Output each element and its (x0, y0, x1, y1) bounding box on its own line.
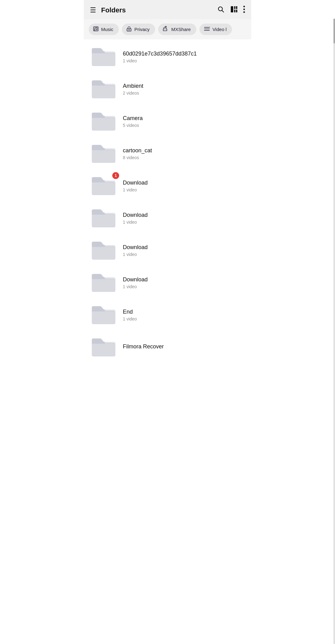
svg-rect-2 (231, 6, 233, 12)
folder-item[interactable]: Download 1 video (84, 266, 251, 299)
folder-icon (90, 142, 117, 164)
chip-privacy[interactable]: Privacy (122, 24, 155, 35)
svg-point-7 (243, 6, 245, 7)
folder-count: 8 videos (123, 155, 245, 160)
folder-info: Filmora Recover (123, 343, 245, 351)
folder-item[interactable]: Download 1 video (84, 234, 251, 266)
layout-grid-icon[interactable] (230, 6, 238, 15)
folder-icon (90, 77, 117, 100)
folder-list: 60d0291e7c3d39657dd387c1 1 video Ambient… (84, 39, 251, 364)
folder-info: cartoon_cat 8 videos (123, 147, 245, 160)
folder-icon (90, 335, 117, 358)
folder-count: 5 videos (123, 123, 245, 128)
chip-videolist-label: Video l (212, 27, 227, 32)
svg-point-13 (96, 29, 97, 30)
videolist-chip-icon (204, 26, 210, 33)
folder-icon (90, 45, 117, 67)
folder-name: Download (123, 212, 245, 218)
folder-thumbnail-wrap (90, 45, 117, 69)
svg-rect-6 (236, 10, 237, 12)
folder-count: 2 videos (123, 91, 245, 96)
folder-info: End 1 video (123, 309, 245, 321)
folder-item[interactable]: 1 Download 1 video (84, 170, 251, 202)
folder-name: Download (123, 180, 245, 186)
folder-name: End (123, 309, 245, 315)
page-title: Folders (101, 6, 126, 14)
folder-count: 1 video (123, 284, 245, 289)
more-options-icon[interactable] (243, 6, 245, 15)
app-header: ☰ Folders (84, 0, 251, 19)
folder-info: Ambient 2 videos (123, 83, 245, 96)
folder-count: 1 video (123, 252, 245, 257)
folder-item[interactable]: Camera 5 videos (84, 105, 251, 137)
folder-info: Download 1 video (123, 276, 245, 289)
header-left: ☰ Folders (90, 6, 126, 14)
folder-item[interactable]: Download 1 video (84, 202, 251, 234)
chip-music-label: Music (101, 27, 113, 32)
svg-rect-3 (234, 6, 235, 9)
svg-point-8 (243, 9, 245, 10)
music-chip-icon (93, 26, 99, 33)
folder-name: Download (123, 276, 245, 283)
folder-count: 1 video (123, 316, 245, 321)
folder-item[interactable]: 60d0291e7c3d39657dd387c1 1 video (84, 41, 251, 73)
folder-info: Download 1 video (123, 212, 245, 225)
folder-icon (90, 271, 117, 293)
svg-rect-5 (234, 10, 235, 12)
folder-thumbnail-wrap (90, 110, 117, 133)
header-right (217, 6, 245, 15)
folder-thumbnail-wrap (90, 335, 117, 359)
folder-thumbnail-wrap (90, 142, 117, 165)
folder-item[interactable]: cartoon_cat 8 videos (84, 137, 251, 170)
chip-privacy-label: Privacy (134, 27, 150, 32)
svg-point-16 (129, 29, 130, 30)
folder-name: Download (123, 244, 245, 251)
chip-mxshare[interactable]: MXShare (158, 24, 196, 35)
folder-item[interactable]: End 1 video (84, 299, 251, 331)
folder-item[interactable]: Filmora Recover (84, 331, 251, 363)
folder-thumbnail-wrap (90, 303, 117, 327)
folder-info: 60d0291e7c3d39657dd387c1 1 video (123, 51, 245, 63)
chip-videolist[interactable]: Video l (199, 24, 232, 35)
main-content: 60d0291e7c3d39657dd387c1 1 video Ambient… (84, 39, 251, 364)
folder-icon (90, 206, 117, 229)
privacy-chip-icon (126, 26, 132, 33)
folder-icon (90, 110, 117, 132)
folder-thumbnail-wrap: 1 (90, 174, 117, 198)
folder-thumbnail-wrap (90, 206, 117, 230)
folder-count: 1 video (123, 58, 245, 63)
folder-name: 60d0291e7c3d39657dd387c1 (123, 51, 245, 57)
folder-name: cartoon_cat (123, 147, 245, 154)
folder-thumbnail-wrap (90, 239, 117, 262)
svg-point-12 (94, 29, 95, 30)
folder-item[interactable]: Ambient 2 videos (84, 73, 251, 105)
folder-icon (90, 239, 117, 261)
folder-badge: 1 (112, 172, 119, 179)
folder-info: Download 1 video (123, 244, 245, 257)
filter-chips-bar: Music Privacy MXShare (84, 19, 251, 39)
hamburger-menu-icon[interactable]: ☰ (90, 6, 96, 14)
folder-name: Filmora Recover (123, 343, 245, 350)
folder-thumbnail-wrap (90, 77, 117, 101)
folder-count: 1 video (123, 187, 245, 192)
chip-mxshare-label: MXShare (171, 27, 191, 32)
folder-count: 1 video (123, 220, 245, 225)
svg-point-9 (243, 11, 245, 13)
folder-icon (90, 303, 117, 325)
folder-thumbnail-wrap (90, 271, 117, 294)
folder-info: Camera 5 videos (123, 115, 245, 128)
folder-info: Download 1 video (123, 180, 245, 192)
search-icon[interactable] (217, 6, 225, 15)
svg-rect-4 (236, 6, 237, 9)
mxshare-chip-icon (163, 26, 169, 33)
folder-name: Ambient (123, 83, 245, 89)
folder-name: Camera (123, 115, 245, 122)
svg-line-1 (222, 11, 224, 12)
chip-music[interactable]: Music (89, 24, 119, 35)
